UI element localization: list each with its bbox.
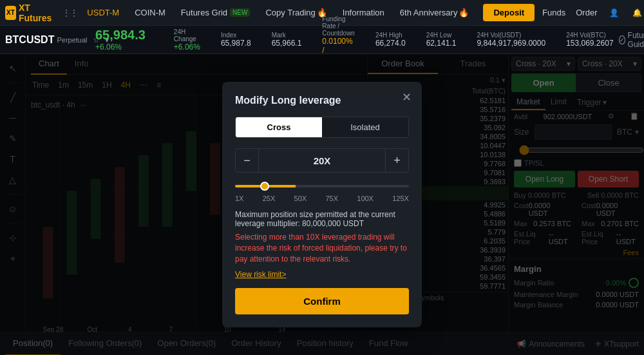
logo[interactable]: XT XT Futures [5,3,55,23]
modal-title: Modify Long leverage [235,95,409,106]
lever-risk-link[interactable]: View risk limit> [235,270,409,279]
futures-guidance[interactable]: ✓ Futures Guidance 🌙 ⚙ [619,31,644,49]
ticker-mark-val: 65,966.1 [272,39,302,48]
ticker-vol-btc-item: 24H Vol(BTC) 153,069.2607 [561,32,618,48]
ticker-high-val: 66,274.0 [375,39,406,48]
lever-mark-50x[interactable]: 50X [294,195,307,202]
deposit-button[interactable]: Deposit [483,4,535,21]
lever-marks: 1X 25X 50X 75X 100X 125X [235,195,409,202]
user-icon[interactable]: 👤 [605,4,623,22]
logo-icon: XT [5,6,16,20]
modal-close-button[interactable]: ✕ [399,90,414,105]
lever-mark-100x[interactable]: 100X [357,195,374,202]
ticker-high-item: 24H High 66,274.0 [370,32,411,48]
ticker-bar: BTCUSDT Perpetual ☆ ▾ 65,984.3 +6.06% 24… [0,26,644,54]
ticker-name[interactable]: BTCUSDT [5,34,54,46]
lever-plus-button[interactable]: + [385,149,408,172]
lever-mark-1x[interactable]: 1X [235,195,243,202]
cross-tab[interactable]: Cross [236,117,322,137]
ticker-type: Perpetual [57,36,87,44]
logo-text: XT Futures [19,3,55,23]
nav-anniversary[interactable]: 6th Anniversary 🔥 [393,0,476,26]
ticker-change-item: 24H Change +6.06% [169,28,205,52]
ticker-price-block: 65,984.3 +6.06% [95,28,151,52]
ticker-low-item: 24H Low 62,141.1 [421,32,462,48]
ticker-change-val: +6.06% [174,43,200,52]
ticker-vol-usdt-item: 24H Vol(USDT) 9,844,917,969.0000 [471,32,551,48]
ticker-mark-item: Mark 65,966.1 [267,32,307,48]
lever-warning: Selecting more than 10X leveraged tradin… [235,232,409,264]
lever-slider-container [235,180,409,189]
lever-mark-125x[interactable]: 125X [392,195,409,202]
lever-value: 20X [259,155,385,166]
modal-overlay[interactable]: Modify Long leverage ✕ Cross Isolated − … [0,54,644,355]
ticker-symbol: BTCUSDT Perpetual ☆ ▾ [5,34,95,46]
ticker-vol-btc-val: 153,069.2607 [566,39,613,48]
lever-mark-25x[interactable]: 25X [263,195,276,202]
ticker-price: 65,984.3 [95,28,146,43]
nav-futures-grid[interactable]: Futures Grid NEW [175,0,257,26]
ticker-change: +6.06% [95,43,151,52]
funds-button[interactable]: Funds [540,8,568,17]
confirm-button[interactable]: Confirm [235,288,409,314]
nav-coin-m[interactable]: COIN-M [128,0,172,26]
ticker-vol-usdt-val: 9,844,917,969.0000 [477,39,545,48]
ticker-index-val: 65,987.8 [221,39,251,48]
lever-minus-button[interactable]: − [236,149,259,172]
order-button[interactable]: Order [573,8,600,17]
main-layout: ↖ ╱ ─ ✎ T △ ☺ ⊹ ⌖ TV Chart Info Time 1m … [0,54,644,355]
lever-slider[interactable] [235,185,409,187]
guidance-icon: ✓ [619,35,625,44]
isolated-tab[interactable]: Isolated [322,117,408,137]
apps-icon[interactable]: ⋮⋮ [62,4,78,22]
lever-max-info: Maximum position size permitted at the c… [235,210,409,228]
nav-usdt-m[interactable]: USDT-M [80,0,126,26]
lever-input-row: − 20X + [235,148,409,173]
new-badge: NEW [230,8,250,17]
ticker-low-val: 62,141.1 [426,39,457,48]
leverage-modal: Modify Long leverage ✕ Cross Isolated − … [222,82,422,327]
nav-right: Deposit Funds Order 👤 🔔 Download English… [478,4,644,22]
bell-icon[interactable]: 🔔 [628,4,644,22]
lever-tabs: Cross Isolated [235,117,409,138]
ticker-index-item: Index 65,987.8 [216,32,256,48]
fire-icon-2: 🔥 [459,8,469,17]
lever-mark-75x[interactable]: 75X [325,195,338,202]
